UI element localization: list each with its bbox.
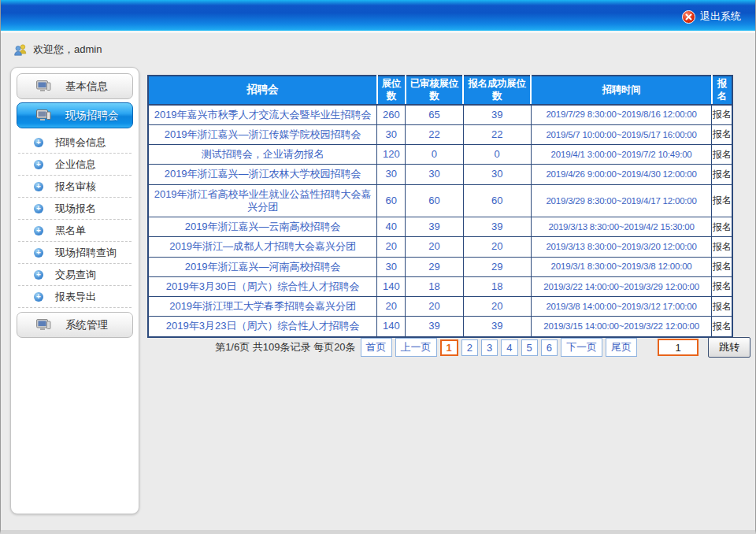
sidebar-subitem[interactable]: +企业信息 [18,154,132,176]
pagination-summary: 第1/6页 共109条记录 每页20条 [215,340,355,354]
register-link[interactable]: 报名 [712,276,732,296]
column-header: 招聘时间 [531,76,712,105]
recruit-time: 2019/3/22 14:00:00~2019/3/29 12:00:00 [531,276,712,296]
first-page-button[interactable]: 首页 [361,338,392,357]
page-number-button[interactable]: 4 [501,339,517,356]
monitor-icon [36,319,51,331]
fair-name: 2019年浙江嘉兴—云南高校招聘会 [148,217,377,237]
plus-icon: + [34,292,43,302]
booth-count: 40 [377,217,406,237]
plus-icon: + [34,182,43,191]
sidebar-subitem[interactable]: +黑名单 [18,220,132,242]
table-row: 2019年3月30日（周六）综合性人才招聘会14018182019/3/22 1… [148,276,732,296]
page-input[interactable] [658,339,699,356]
registered-count: 20 [463,237,531,257]
sidebar-subitem-label: 现场招聘查询 [55,246,117,260]
fair-name: 2019年浙江嘉兴—浙江传媒学院校园招聘会 [148,124,377,144]
register-link[interactable]: 报名 [712,124,732,144]
sidebar: 基本信息 现场招聘会 +招聘会信息+企业信息+报名审核+现场报名+黑名单+现场招… [10,67,139,514]
sidebar-item-system-management[interactable]: 系统管理 [17,312,133,338]
register-link[interactable]: 报名 [712,297,732,317]
booth-count: 140 [377,317,406,337]
registered-count: 39 [463,105,531,125]
plus-icon: + [34,270,43,280]
table-row: 2019年浙江省高校毕业生就业公益性招聘大会嘉兴分团6060602019/3/2… [148,184,732,217]
register-link[interactable]: 报名 [712,105,732,125]
logout-label: 退出系统 [700,9,741,24]
monitor-icon [36,109,51,121]
fair-name: 2019年3月30日（周六）综合性人才招聘会 [148,276,377,296]
sidebar-subitem[interactable]: +招聘会信息 [18,132,132,154]
page-number-list: 123456 [440,339,558,356]
column-header: 已审核展位数 [406,76,463,105]
jump-button[interactable]: 跳转 [708,337,750,358]
welcome-text: 欢迎您，admin [33,43,102,57]
page-number-button[interactable]: 3 [481,339,498,356]
page-number-button[interactable]: 5 [521,339,538,356]
fair-name: 2019年浙江省高校毕业生就业公益性招聘大会嘉兴分团 [148,184,377,217]
approved-count: 29 [406,257,463,276]
fair-name: 测试招聘会，企业请勿报名 [148,145,377,165]
booth-count: 30 [377,257,406,276]
fair-name: 2019年浙江嘉兴—浙江农林大学校园招聘会 [148,165,377,184]
sidebar-item-label: 系统管理 [65,318,108,332]
register-link[interactable]: 报名 [712,317,732,337]
register-link[interactable]: 报名 [712,165,732,184]
recruit-time: 2019/4/26 9:00:00~2019/4/30 12:00:00 [531,165,712,184]
register-link[interactable]: 报名 [712,145,732,165]
close-icon [682,10,695,24]
sidebar-subitem[interactable]: +现场招聘查询 [18,242,132,264]
approved-count: 60 [406,184,463,217]
prev-page-button[interactable]: 上一页 [395,338,437,357]
current-page-button[interactable]: 1 [440,339,458,356]
sidebar-item-onsite-fair[interactable]: 现场招聘会 [17,102,133,128]
logout-button[interactable]: 退出系统 [682,0,741,33]
last-page-button[interactable]: 尾页 [606,338,637,357]
topbar: 退出系统 [1,0,755,33]
registered-count: 29 [463,257,531,276]
sidebar-subitem-label: 企业信息 [55,158,96,172]
approved-count: 39 [406,317,463,337]
table-row: 2019年3月23日（周六）综合性人才招聘会14039392019/3/15 1… [148,317,732,337]
page-number-button[interactable]: 2 [461,339,478,356]
recruit-time: 2019/4/1 3:00:00~2019/7/2 10:49:00 [531,145,712,165]
sidebar-subitem-label: 招聘会信息 [55,135,106,150]
fair-name: 2019年嘉兴市秋季人才交流大会暨毕业生招聘会 [148,105,377,125]
table-header-row: 招聘会展位数已审核展位数报名成功展位数招聘时间报名 [148,76,732,105]
booth-count: 60 [377,184,406,217]
next-page-button[interactable]: 下一页 [561,338,602,357]
sidebar-subitem-label: 交易查询 [55,268,96,282]
sidebar-subitem-label: 报表导出 [55,290,96,304]
sidebar-subitem[interactable]: +交易查询 [18,264,132,286]
register-link[interactable]: 报名 [712,257,732,276]
registered-count: 22 [463,124,531,144]
sidebar-subitem[interactable]: +报名审核 [18,176,132,198]
plus-icon: + [34,204,43,213]
register-link[interactable]: 报名 [712,237,732,257]
register-link[interactable]: 报名 [712,217,732,237]
table-row: 2019年浙江嘉兴—浙江农林大学校园招聘会3030302019/4/26 9:0… [148,165,732,184]
plus-icon: + [34,226,43,235]
registered-count: 30 [463,165,531,184]
plus-icon: + [34,138,43,147]
table-row: 2019年浙江嘉兴—浙江传媒学院校园招聘会3022222019/5/7 10:0… [148,124,732,144]
table-row: 2019年嘉兴市秋季人才交流大会暨毕业生招聘会26065392019/7/29 … [148,105,732,125]
users-icon [13,43,28,56]
registered-count: 20 [463,297,531,317]
fair-name: 2019年浙江—成都人才招聘大会嘉兴分团 [148,237,377,257]
sidebar-subitem[interactable]: +报表导出 [18,286,132,308]
column-header: 展位数 [377,76,406,105]
booth-count: 260 [377,105,406,125]
recruit-time: 2019/3/1 8:30:00~2019/3/8 12:00:00 [531,257,712,276]
register-link[interactable]: 报名 [712,184,732,217]
sidebar-item-basic-info[interactable]: 基本信息 [17,73,133,99]
registered-count: 18 [463,276,531,296]
sidebar-item-label: 基本信息 [65,80,108,94]
plus-icon: + [34,248,43,258]
page-number-button[interactable]: 6 [541,339,558,356]
fair-name: 2019年浙江理工大学春季招聘会嘉兴分团 [148,297,377,317]
registered-count: 60 [463,184,531,217]
booth-count: 30 [377,124,406,144]
sidebar-subitem[interactable]: +现场报名 [18,198,132,220]
table-row: 2019年浙江理工大学春季招聘会嘉兴分团2020202019/3/8 14:00… [148,297,732,317]
